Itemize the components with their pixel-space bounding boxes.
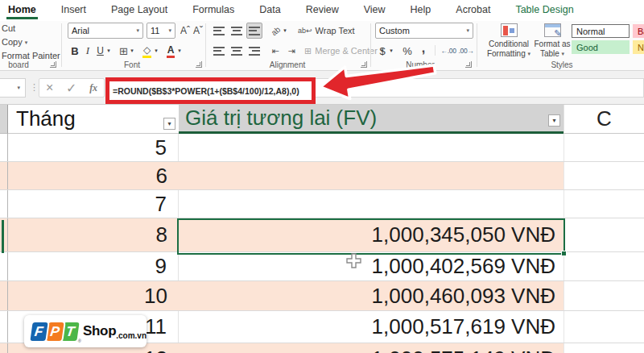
cell-month[interactable]: 9 [8,252,179,280]
number-dialog-launcher-icon[interactable] [465,61,472,68]
filter-dropdown-icon[interactable]: ▾ [548,114,560,127]
cell-c[interactable] [564,281,644,310]
copy-button[interactable]: Copy ▾ [2,37,27,47]
tab-acrobat[interactable]: Acrobat [454,1,492,20]
orientation-icon: ab [270,24,283,37]
cell-fv[interactable] [179,162,564,189]
align-bottom-button[interactable] [246,23,262,39]
fill-handle[interactable] [561,251,567,256]
comma-style-button[interactable]: , [419,40,428,56]
cell-c[interactable] [564,311,644,343]
cell-c[interactable] [564,343,644,353]
style-neutral[interactable]: Neutral [633,40,644,54]
formula-bar-grip-icon[interactable]: ⋮ [30,82,39,93]
fpt-shop-logo: F P T ® Shop .com.vn [24,315,147,347]
tab-data[interactable]: Data [258,1,282,20]
style-bad[interactable]: Bad [633,24,644,38]
tab-formulas[interactable]: Formulas [191,1,236,20]
underline-button[interactable]: U [95,43,105,59]
cell-c[interactable] [564,252,644,280]
cell-c[interactable] [564,134,644,161]
decrease-decimal-button[interactable]: .00→ [457,43,475,59]
font-dialog-launcher-icon[interactable] [196,61,202,68]
tab-view[interactable]: View [362,1,387,20]
percent-style-button[interactable]: % [401,43,414,59]
style-normal[interactable]: Normal [572,24,630,38]
table-row[interactable]: 7 [0,190,644,218]
increase-indent-icon[interactable]: ⇥ [285,43,298,59]
cell-cursor-icon [346,253,361,268]
wrap-text-button[interactable]: ab↩ Wrap Text [298,23,370,39]
chevron-down-icon[interactable]: ▾ [129,43,135,59]
cell-fv[interactable]: 1,000,402,569 VNĐ [179,252,564,280]
chevron-down-icon[interactable]: ▾ [176,43,183,59]
cell-fv[interactable]: 1,000,517,619 VNĐ [179,311,564,343]
chevron-down-icon[interactable]: ▾ [282,23,288,39]
cell-fv[interactable] [179,190,564,218]
italic-button[interactable]: I [83,43,93,59]
borders-icon[interactable]: ⊞ [118,43,130,59]
cell-fv[interactable]: 1,000,460,093 VNĐ [179,281,564,310]
shrink-font-button[interactable]: Aˇ [192,23,204,39]
chevron-down-icon[interactable]: ▾ [105,43,112,59]
filter-dropdown-icon[interactable]: ▾ [163,118,175,130]
conditional-formatting-button[interactable]: ConditionalFormatting ▾ [486,23,531,58]
align-right-button[interactable] [246,43,262,59]
number-format-combobox[interactable]: Custom ▾ [375,23,473,39]
table-row[interactable]: 5 [0,134,644,162]
cell-fv[interactable]: 1,000,575,149 VNĐ [179,343,564,353]
decrease-indent-icon[interactable]: ⇤ [269,43,282,59]
cell-c[interactable] [564,162,644,189]
name-box[interactable]: ▾ [0,78,26,98]
chevron-down-icon: ▾ [466,27,469,34]
increase-decimal-button[interactable]: ←.00 [440,43,457,59]
chevron-down-icon[interactable]: ▾ [153,43,159,59]
accounting-format-button[interactable]: $ [377,43,388,59]
format-as-table-button[interactable]: ✎ Format asTable ▾ [533,23,572,58]
chevron-down-icon: ▾ [136,27,139,34]
font-family-combobox[interactable]: Arial ▾ [68,23,143,39]
font-size-combobox[interactable]: 11 ▾ [147,23,175,39]
tab-home[interactable]: Home [6,1,38,20]
table-header-row: Tháng ▾ Giá trị tương lai (FV) ▾ C [0,105,644,134]
tab-review[interactable]: Review [304,1,341,20]
column-c-header[interactable]: C [564,105,644,134]
table-row[interactable]: 10 1,000,460,093 VNĐ [0,281,644,311]
align-top-button[interactable] [211,23,227,39]
tab-page-layout[interactable]: Page Layout [109,1,169,20]
fill-color-button[interactable]: ◇ [141,42,153,58]
enter-icon[interactable]: ✓ [66,81,76,96]
ribbon-tab-bar: Home Insert Page Layout Formulas Data Re… [0,0,644,21]
chevron-down-icon[interactable]: ▾ [388,43,394,59]
cell-month[interactable]: 6 [8,162,179,189]
tab-help[interactable]: Help [409,1,433,20]
font-color-button[interactable]: A [165,42,176,58]
align-left-button[interactable] [211,43,227,59]
bold-button[interactable]: B [69,43,80,59]
cell-month[interactable]: 8 [8,218,179,251]
header-fv[interactable]: Giá trị tương lai (FV) ▾ [179,105,564,134]
cell-month[interactable]: 5 [8,134,179,161]
header-thang[interactable]: Tháng ▾ [8,105,179,134]
style-good[interactable]: Good [572,40,630,54]
cancel-icon[interactable]: × [46,81,53,95]
insert-function-icon[interactable]: fx [89,82,97,94]
table-row[interactable]: 6 [0,162,644,190]
table-row[interactable]: 9 1,000,402,569 VNĐ [0,252,644,281]
cut-button[interactable]: Cut [2,23,15,33]
tab-insert[interactable]: Insert [60,1,88,20]
cell-c[interactable] [564,190,644,218]
chevron-down-icon: ▾ [25,39,28,45]
cell-month[interactable]: 7 [8,190,179,218]
row-header-stub [0,105,8,134]
grow-font-button[interactable]: Aˆ [179,23,192,39]
format-painter-button[interactable]: Format Painter [2,51,60,60]
clipboard-dialog-launcher-icon[interactable] [50,61,56,68]
align-bottom-icon [249,27,260,35]
cell-c[interactable] [564,218,644,251]
cell-month[interactable]: 10 [8,281,179,310]
align-center-button[interactable] [229,43,245,59]
tab-table-design[interactable]: Table Design [514,1,575,20]
align-middle-button[interactable] [229,23,245,39]
cell-fv[interactable] [179,134,564,161]
